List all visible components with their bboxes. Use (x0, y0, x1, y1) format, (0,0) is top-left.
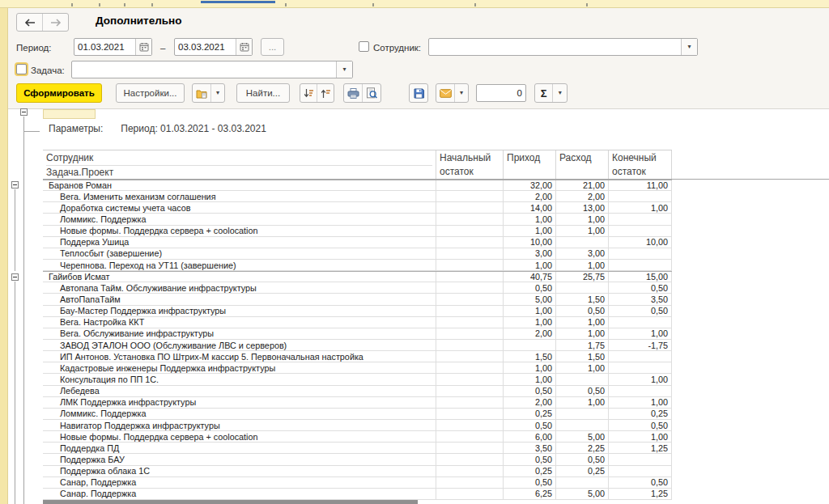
row-opening-cell[interactable] (436, 443, 503, 453)
row-opening-cell[interactable] (436, 214, 503, 224)
row-expense-cell[interactable]: 5,00 (555, 489, 608, 499)
row-name-cell[interactable]: Автопапа Тайм. Обслуживание инфраструкту… (43, 282, 436, 293)
row-expense-cell[interactable] (555, 420, 608, 430)
table-row[interactable]: Ломмикс. Поддержка0,250,25 (43, 409, 672, 420)
row-closing-cell[interactable]: -1,75 (608, 340, 672, 350)
row-income-cell[interactable]: 1,00 (503, 260, 555, 270)
chevron-down-icon[interactable]: ▾ (336, 61, 352, 78)
forward-button[interactable] (42, 14, 68, 31)
table-row[interactable]: Вега. Изменить механизм соглашения2,002,… (43, 191, 672, 202)
row-income-cell[interactable]: 3,00 (503, 248, 555, 259)
row-expense-cell[interactable] (555, 477, 608, 488)
table-row[interactable]: Лебедева0,500,50 (43, 386, 672, 397)
row-income-cell[interactable]: 2,00 (503, 328, 555, 339)
sigma-icon[interactable]: Σ (535, 84, 552, 102)
row-opening-cell[interactable] (436, 374, 503, 384)
row-closing-cell[interactable] (608, 466, 672, 476)
row-name-cell[interactable]: АвтоПапаТайм (43, 294, 436, 304)
row-name-cell[interactable]: Поддержка БАУ (43, 454, 436, 464)
row-opening-cell[interactable] (436, 282, 503, 293)
row-income-cell[interactable]: 1,00 (503, 226, 555, 236)
row-expense-cell[interactable]: 1,00 (555, 362, 608, 373)
row-expense-cell[interactable]: 2,25 (555, 443, 608, 453)
row-name-cell[interactable]: Бау-Мастер Поддержка инфраструктуры (43, 306, 436, 316)
row-income-cell[interactable]: 5,00 (503, 294, 555, 304)
row-opening-cell[interactable] (436, 306, 503, 316)
row-opening-cell[interactable] (436, 477, 503, 488)
row-expense-cell[interactable]: 21,00 (555, 180, 608, 190)
row-opening-cell[interactable] (436, 237, 503, 248)
table-row[interactable]: ИП Антонов. Установка ПО Штрих-М кассир … (43, 351, 672, 362)
row-expense-cell[interactable] (555, 409, 608, 419)
row-expense-cell[interactable] (555, 374, 608, 384)
row-name-cell[interactable]: Теплосбыт (завершение) (43, 248, 436, 259)
column-closing-balance[interactable]: Конечныйостаток (608, 150, 672, 179)
row-name-cell[interactable]: Вега. Настройка ККТ (43, 317, 436, 328)
date-to-input[interactable] (175, 39, 236, 55)
row-name-cell[interactable]: Санар, Поддержка (43, 477, 436, 488)
print-preview-icon[interactable] (362, 84, 380, 102)
row-income-cell[interactable]: 10,00 (503, 237, 555, 248)
row-closing-cell[interactable]: 15,00 (608, 272, 672, 282)
row-income-cell[interactable]: 6,00 (503, 431, 555, 442)
row-closing-cell[interactable] (608, 226, 672, 236)
row-opening-cell[interactable] (436, 248, 503, 259)
row-opening-cell[interactable] (436, 466, 503, 476)
row-name-cell[interactable]: Новые формы. Поддердка сервера + cooloca… (43, 431, 436, 442)
row-closing-cell[interactable]: 0,50 (608, 420, 672, 430)
row-opening-cell[interactable] (436, 294, 503, 304)
table-row[interactable]: Поддержка БАУ0,500,50 (43, 454, 672, 465)
row-income-cell[interactable]: 0,50 (503, 454, 555, 464)
row-expense-cell[interactable]: 3,00 (555, 248, 608, 259)
row-name-cell[interactable]: ЛМК Поддержка инфраструктуры (43, 397, 436, 408)
row-name-cell[interactable]: Навигатор Поддержка инфраструктуры (43, 420, 436, 430)
row-income-cell[interactable]: 1,00 (503, 374, 555, 384)
row-name-cell[interactable]: Вега. Обслуживание инфраструктуры (43, 328, 436, 339)
row-income-cell[interactable]: 2,00 (503, 397, 555, 408)
table-row[interactable]: Ломмикс. Поддержка1,001,00 (43, 214, 672, 225)
row-expense-cell[interactable]: 1,00 (555, 317, 608, 328)
row-opening-cell[interactable] (436, 202, 503, 213)
row-closing-cell[interactable]: 0,50 (608, 306, 672, 316)
row-name-cell[interactable]: Ломмикс. Поддержка (43, 214, 436, 224)
row-opening-cell[interactable] (436, 272, 503, 282)
row-opening-cell[interactable] (436, 397, 503, 408)
row-expense-cell[interactable]: 1,00 (555, 214, 608, 224)
table-row[interactable]: Поддержка облака 1С0,250,25 (43, 466, 672, 477)
outline-collapse-report[interactable] (20, 108, 28, 116)
row-income-cell[interactable]: 32,00 (503, 180, 555, 190)
row-expense-cell[interactable]: 1,50 (555, 351, 608, 362)
row-opening-cell[interactable] (436, 260, 503, 270)
row-opening-cell[interactable] (436, 191, 503, 201)
table-row[interactable]: ЗАВОД ЭТАЛОН ООО (Обслуживание ЛВС и сер… (43, 340, 672, 351)
row-opening-cell[interactable] (436, 420, 503, 430)
row-income-cell[interactable]: 0,25 (503, 409, 555, 419)
print-icon[interactable] (344, 84, 362, 102)
row-name-cell[interactable]: Вега. Изменить механизм соглашения (43, 191, 436, 201)
task-input[interactable] (72, 61, 336, 78)
row-income-cell[interactable]: 40,75 (503, 272, 555, 282)
find-button[interactable]: Найти... (236, 83, 290, 103)
table-row[interactable]: Новые формы. Поддердка сервера + cooloca… (43, 431, 672, 443)
chevron-down-icon[interactable]: ▾ (454, 84, 468, 102)
row-opening-cell[interactable] (436, 431, 503, 442)
table-row[interactable]: Доработка системы учета часов14,0013,001… (43, 202, 672, 214)
row-opening-cell[interactable] (436, 180, 503, 190)
table-row[interactable]: Вега. Настройка ККТ1,001,00 (43, 317, 672, 328)
row-income-cell[interactable]: 6,25 (503, 489, 555, 499)
row-closing-cell[interactable]: 10,00 (608, 237, 672, 248)
row-income-cell[interactable] (503, 340, 555, 350)
row-opening-cell[interactable] (436, 226, 503, 236)
counter-input[interactable] (477, 85, 525, 101)
row-closing-cell[interactable]: 1,00 (608, 328, 672, 339)
row-name-cell[interactable]: ИП Антонов. Установка ПО Штрих-М кассир … (43, 351, 436, 362)
row-opening-cell[interactable] (436, 489, 503, 499)
row-opening-cell[interactable] (436, 362, 503, 373)
row-closing-cell[interactable] (608, 454, 672, 464)
row-opening-cell[interactable] (436, 351, 503, 362)
row-income-cell[interactable]: 14,00 (503, 202, 555, 213)
row-expense-cell[interactable]: 1,00 (555, 260, 608, 270)
table-row[interactable]: Консультация по ПП 1С.1,001,00 (43, 374, 672, 385)
row-name-cell[interactable]: Консультация по ПП 1С. (43, 374, 436, 384)
row-income-cell[interactable]: 0,50 (503, 420, 555, 430)
